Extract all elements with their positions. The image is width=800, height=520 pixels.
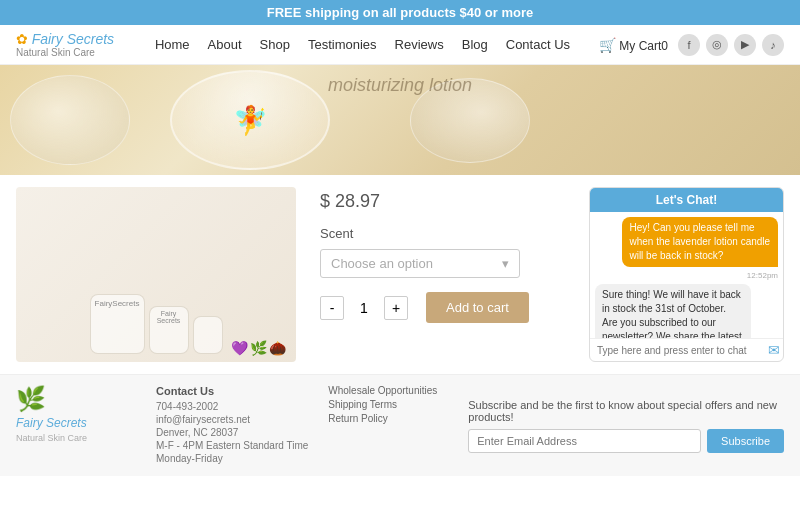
- footer-logo-name: Fairy Secrets: [16, 416, 136, 430]
- footer-phone: 704-493-2002: [156, 401, 308, 412]
- fairy-figure: 🧚: [233, 104, 268, 137]
- nav-reviews[interactable]: Reviews: [395, 37, 444, 52]
- footer-contact: Contact Us 704-493-2002 info@fairysecret…: [156, 385, 308, 466]
- chevron-down-icon: ▾: [502, 256, 509, 271]
- footer-email: info@fairysecrets.net: [156, 414, 308, 425]
- site-footer: 🌿 Fairy Secrets Natural Skin Care Contac…: [0, 374, 800, 476]
- hero-text: moisturizing lotion: [328, 75, 472, 96]
- cart-button[interactable]: 🛒 My Cart0: [599, 37, 668, 53]
- nav-blog[interactable]: Blog: [462, 37, 488, 52]
- product-jar-large: FairySecrets: [90, 294, 145, 354]
- scent-label: Scent: [320, 226, 573, 241]
- cart-count: 0: [661, 39, 668, 53]
- instagram-icon[interactable]: ◎: [706, 34, 728, 56]
- hero-jar-left: [10, 75, 130, 165]
- product-jar-medium: Fairy Secrets: [149, 306, 189, 354]
- footer-logo: 🌿 Fairy Secrets Natural Skin Care: [16, 385, 136, 466]
- chat-input[interactable]: [593, 342, 768, 358]
- logo-name: ✿ Fairy Secrets: [16, 31, 126, 47]
- chat-time-1: 12:52pm: [595, 271, 778, 280]
- banner-text: FREE shipping on all products $40 or mor…: [267, 5, 534, 20]
- banner-rest: shipping on all products $40 or more: [301, 5, 533, 20]
- quantity-increase-button[interactable]: +: [384, 296, 408, 320]
- social-icons: f ◎ ▶ ♪: [678, 34, 784, 56]
- product-image: FairySecrets Fairy Secrets 💜 🌿 🌰: [16, 187, 296, 362]
- nav-shop[interactable]: Shop: [260, 37, 290, 52]
- subscribe-email-input[interactable]: [468, 429, 701, 453]
- chat-header: Let's Chat!: [590, 188, 783, 212]
- chat-send-button[interactable]: ✉: [768, 342, 780, 358]
- chat-message-1: Hey! Can you please tell me when the lav…: [622, 217, 778, 267]
- nav-contact[interactable]: Contact Us: [506, 37, 570, 52]
- chat-widget: Let's Chat! Hey! Can you please tell me …: [589, 187, 784, 362]
- promo-banner: FREE shipping on all products $40 or mor…: [0, 0, 800, 25]
- chat-messages: Hey! Can you please tell me when the lav…: [590, 212, 783, 338]
- footer-hours: M-F - 4PM Eastern Standard Time: [156, 440, 308, 451]
- quantity-row: - 1 + Add to cart: [320, 292, 573, 323]
- logo-area: ✿ Fairy Secrets Natural Skin Care: [16, 31, 126, 58]
- main-content: FairySecrets Fairy Secrets 💜 🌿 🌰 $ 28.97…: [0, 175, 800, 374]
- hero-jar-center: 🧚: [170, 70, 330, 170]
- footer-address: Denver, NC 28037: [156, 427, 308, 438]
- hero-banner: 🧚 moisturizing lotion: [0, 65, 800, 175]
- subscribe-button[interactable]: Subscribe: [707, 429, 784, 453]
- herb-vanilla: 🌿: [250, 340, 267, 356]
- footer-days: Monday-Friday: [156, 453, 308, 464]
- quantity-value: 1: [354, 300, 374, 316]
- product-details: $ 28.97 Scent Choose an option ▾ - 1 + A…: [312, 187, 573, 362]
- add-to-cart-button[interactable]: Add to cart: [426, 292, 529, 323]
- tiktok-icon[interactable]: ♪: [762, 34, 784, 56]
- cart-label: My Cart: [619, 39, 661, 53]
- footer-link-return[interactable]: Return Policy: [328, 413, 448, 424]
- chat-message-2: Sure thing! We will have it back in stoc…: [595, 284, 751, 338]
- subscribe-text: Subscribe and be the first to know about…: [468, 399, 784, 423]
- product-price: $ 28.97: [320, 191, 573, 212]
- banner-free: FREE: [267, 5, 302, 20]
- facebook-icon[interactable]: f: [678, 34, 700, 56]
- nav-about[interactable]: About: [208, 37, 242, 52]
- logo-tagline: Natural Skin Care: [16, 47, 126, 58]
- footer-links: Wholesale Opportunities Shipping Terms R…: [328, 385, 448, 466]
- product-herbs: 💜 🌿 🌰: [231, 340, 286, 356]
- footer-subscribe: Subscribe and be the first to know about…: [468, 385, 784, 466]
- subscribe-row: Subscribe: [468, 429, 784, 453]
- nav-testimonies[interactable]: Testimonies: [308, 37, 377, 52]
- youtube-icon[interactable]: ▶: [734, 34, 756, 56]
- footer-contact-title: Contact Us: [156, 385, 308, 397]
- main-nav: Home About Shop Testimonies Reviews Blog…: [126, 37, 599, 52]
- scent-select[interactable]: Choose an option ▾: [320, 249, 520, 278]
- quantity-decrease-button[interactable]: -: [320, 296, 344, 320]
- herb-spice: 🌰: [269, 340, 286, 356]
- product-jars: FairySecrets Fairy Secrets: [82, 286, 231, 362]
- product-jar-small: [193, 316, 223, 354]
- site-header: ✿ Fairy Secrets Natural Skin Care Home A…: [0, 25, 800, 65]
- footer-link-wholesale[interactable]: Wholesale Opportunities: [328, 385, 448, 396]
- chat-input-row: ✉: [590, 338, 783, 361]
- footer-logo-icon: 🌿: [16, 385, 136, 413]
- scent-placeholder: Choose an option: [331, 256, 433, 271]
- footer-logo-tagline: Natural Skin Care: [16, 433, 136, 443]
- herb-lavender: 💜: [231, 340, 248, 356]
- cart-icon: 🛒: [599, 37, 616, 53]
- nav-home[interactable]: Home: [155, 37, 190, 52]
- footer-link-shipping[interactable]: Shipping Terms: [328, 399, 448, 410]
- header-right: 🛒 My Cart0 f ◎ ▶ ♪: [599, 34, 784, 56]
